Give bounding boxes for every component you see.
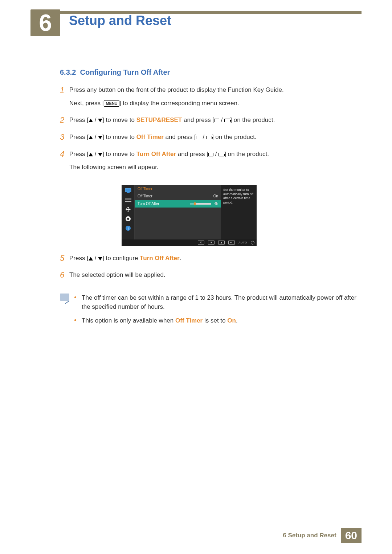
- target-label: Turn Off After: [140, 255, 180, 262]
- source-key-icon: [208, 153, 213, 156]
- text: This option is only available when: [82, 317, 175, 324]
- triangle-up-icon: [89, 257, 93, 260]
- source-key-icon: [214, 119, 219, 122]
- target-label: Off Timer: [136, 134, 164, 140]
- step-body: Press [ / ] to move to SETUP&RESET and p…: [69, 116, 361, 129]
- picture-icon: [124, 187, 132, 194]
- osd-row-label: Turn Off After: [138, 201, 159, 207]
- text: ] on the product.: [224, 151, 269, 157]
- footer-page-number: 60: [341, 528, 362, 543]
- page-footer: 6 Setup and Reset 60: [283, 528, 362, 543]
- auto-label: AUTO: [238, 241, 247, 245]
- emph-off-timer: Off Timer: [175, 317, 203, 324]
- osd-title: Off Timer: [135, 185, 221, 193]
- info-icon: i: [124, 225, 132, 231]
- triangle-down-icon: [98, 119, 102, 122]
- osd-screenshot: i Off Timer Off Timer On Turn Off After: [122, 185, 257, 246]
- osd-row-off-timer: Off Timer On: [135, 193, 221, 200]
- osd-row-turn-off-after: Turn Off After 4h: [135, 200, 221, 208]
- slider-icon: [190, 203, 211, 205]
- menu-key-icon: MENU: [104, 100, 119, 107]
- text: and press [: [182, 116, 214, 123]
- page-content: 6.3.2 Configuring Turn Off After 1 Press…: [60, 67, 361, 331]
- triangle-down-icon: [98, 136, 102, 139]
- osd-help-panel: Set the monitor to automatically turn of…: [221, 185, 257, 239]
- chapter-number-badge: 6: [30, 9, 60, 36]
- step-body: Press [ / ] to move to Turn Off After an…: [69, 150, 361, 176]
- step-1: 1 Press any button on the front of the p…: [60, 86, 361, 112]
- osd-sidebar: i: [122, 185, 135, 239]
- text: .: [236, 317, 238, 324]
- text: ] to move to: [102, 151, 136, 157]
- svg-rect-2: [125, 198, 131, 198]
- note-block: The off timer can be set within a range …: [60, 294, 361, 331]
- triangle-up-icon: [89, 119, 93, 122]
- section-number: 6.3.2: [60, 68, 76, 76]
- svg-rect-4: [125, 201, 131, 202]
- step-body: Press [ / ] to move to Off Timer and pre…: [69, 133, 361, 146]
- step-body: Press any button on the front of the pro…: [69, 86, 361, 112]
- step-number: 1: [60, 86, 69, 112]
- text: ] to display the corresponding menu scre…: [119, 100, 239, 107]
- enter-key-icon: [224, 119, 230, 122]
- note-icon: [60, 294, 69, 301]
- text: ] to move to: [102, 134, 136, 140]
- text: Press [: [69, 134, 89, 140]
- enter-key-icon: ↵: [228, 241, 235, 245]
- size-icon: [124, 206, 132, 213]
- svg-rect-3: [125, 200, 131, 200]
- osd-row-value: On: [213, 194, 218, 199]
- up-key-icon: ▲: [218, 241, 225, 245]
- footer-chapter-label: 6 Setup and Reset: [283, 528, 340, 543]
- osd-row-value-wrap: 4h: [190, 201, 218, 207]
- osd-row-value: 4h: [214, 202, 218, 206]
- down-key-icon: ▼: [208, 241, 215, 245]
- step-5: 5 Press [ / ] to configure Turn Off Afte…: [60, 254, 361, 267]
- text: ] on the product.: [212, 134, 257, 140]
- gear-icon: [124, 216, 132, 222]
- target-label: Turn Off After: [136, 151, 176, 157]
- step-number: 3: [60, 133, 69, 146]
- enter-key-icon: [219, 153, 224, 156]
- triangle-down-icon: [98, 153, 102, 156]
- triangle-up-icon: [89, 153, 93, 156]
- step-6-text: The selected option will be applied.: [69, 271, 361, 280]
- step-2: 2 Press [ / ] to move to SETUP&RESET and…: [60, 116, 361, 129]
- source-key-icon: [196, 136, 201, 139]
- step-number: 6: [60, 271, 69, 284]
- enter-key-icon: [206, 136, 212, 139]
- chapter-title: Setup and Reset: [69, 13, 171, 28]
- close-key-icon: ✕: [198, 241, 204, 245]
- list-icon: [124, 197, 132, 203]
- text: ] on the product.: [230, 116, 275, 123]
- step-3: 3 Press [ / ] to move to Off Timer and p…: [60, 133, 361, 146]
- text: .: [180, 255, 181, 262]
- step-body: Press [ / ] to configure Turn Off After.: [69, 254, 361, 267]
- text: ] to configure: [102, 255, 140, 262]
- osd-row-label: Off Timer: [138, 194, 152, 199]
- power-icon: [251, 241, 254, 245]
- emph-on: On: [227, 317, 236, 324]
- text: ] to move to: [102, 116, 136, 123]
- text: Press [: [69, 116, 89, 123]
- step-number: 2: [60, 116, 69, 129]
- note-item-1: The off timer can be set within a range …: [74, 294, 361, 311]
- step-1-line-1: Press any button on the front of the pro…: [69, 86, 361, 95]
- step-number: 4: [60, 150, 69, 176]
- triangle-down-icon: [98, 257, 102, 260]
- text: Press [: [69, 255, 89, 262]
- step-1-line-2: Next, press [MENU] to display the corres…: [69, 99, 361, 108]
- osd-footer: ✕ ▼ ▲ ↵ AUTO: [122, 239, 257, 246]
- svg-point-6: [127, 218, 129, 220]
- target-label: SETUP&RESET: [136, 116, 182, 123]
- note-item-2: This option is only available when Off T…: [74, 316, 361, 325]
- svg-rect-1: [127, 192, 130, 193]
- text: Next, press [: [69, 100, 104, 107]
- step-6: 6 The selected option will be applied.: [60, 271, 361, 284]
- step-body: The selected option will be applied.: [69, 271, 361, 284]
- step-4-trailer: The following screen will appear.: [69, 163, 361, 172]
- svg-text:i: i: [127, 226, 128, 230]
- section-title: Configuring Turn Off After: [80, 68, 170, 76]
- svg-rect-0: [125, 188, 131, 192]
- text: and press [: [176, 151, 208, 157]
